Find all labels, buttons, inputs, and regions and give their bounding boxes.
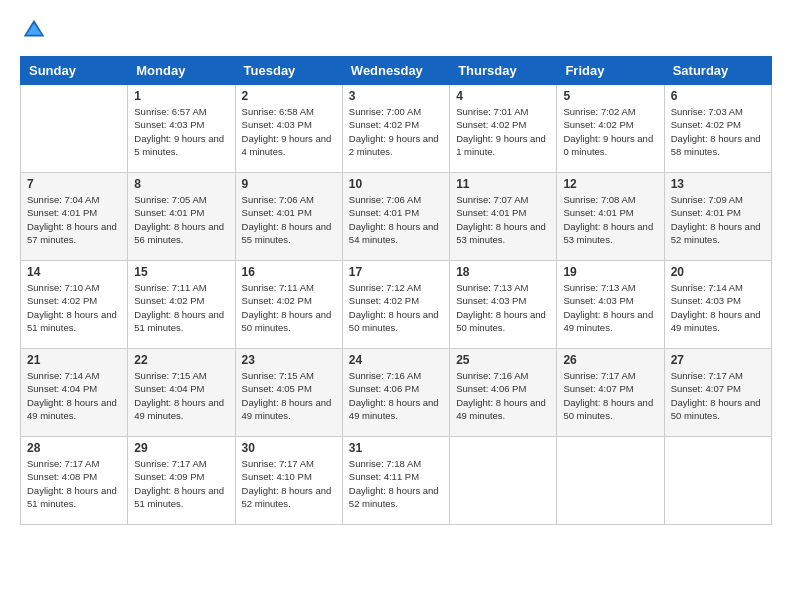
- day-number: 18: [456, 265, 550, 279]
- day-info: Sunrise: 7:01 AM Sunset: 4:02 PM Dayligh…: [456, 105, 550, 158]
- day-number: 6: [671, 89, 765, 103]
- day-info: Sunrise: 7:17 AM Sunset: 4:07 PM Dayligh…: [563, 369, 657, 422]
- day-number: 24: [349, 353, 443, 367]
- day-info: Sunrise: 7:17 AM Sunset: 4:08 PM Dayligh…: [27, 457, 121, 510]
- calendar-cell: 13Sunrise: 7:09 AM Sunset: 4:01 PM Dayli…: [664, 173, 771, 261]
- calendar-cell: 5Sunrise: 7:02 AM Sunset: 4:02 PM Daylig…: [557, 85, 664, 173]
- calendar-cell: 4Sunrise: 7:01 AM Sunset: 4:02 PM Daylig…: [450, 85, 557, 173]
- week-row: 7Sunrise: 7:04 AM Sunset: 4:01 PM Daylig…: [21, 173, 772, 261]
- calendar-cell: 2Sunrise: 6:58 AM Sunset: 4:03 PM Daylig…: [235, 85, 342, 173]
- day-info: Sunrise: 7:04 AM Sunset: 4:01 PM Dayligh…: [27, 193, 121, 246]
- day-info: Sunrise: 7:17 AM Sunset: 4:09 PM Dayligh…: [134, 457, 228, 510]
- calendar-cell: 10Sunrise: 7:06 AM Sunset: 4:01 PM Dayli…: [342, 173, 449, 261]
- calendar-cell: 19Sunrise: 7:13 AM Sunset: 4:03 PM Dayli…: [557, 261, 664, 349]
- day-info: Sunrise: 7:06 AM Sunset: 4:01 PM Dayligh…: [242, 193, 336, 246]
- day-number: 19: [563, 265, 657, 279]
- calendar-cell: 29Sunrise: 7:17 AM Sunset: 4:09 PM Dayli…: [128, 437, 235, 525]
- day-info: Sunrise: 7:13 AM Sunset: 4:03 PM Dayligh…: [563, 281, 657, 334]
- day-number: 20: [671, 265, 765, 279]
- day-info: Sunrise: 7:03 AM Sunset: 4:02 PM Dayligh…: [671, 105, 765, 158]
- calendar-cell: 12Sunrise: 7:08 AM Sunset: 4:01 PM Dayli…: [557, 173, 664, 261]
- day-info: Sunrise: 7:09 AM Sunset: 4:01 PM Dayligh…: [671, 193, 765, 246]
- weekday-header: Friday: [557, 57, 664, 85]
- day-number: 16: [242, 265, 336, 279]
- header: [20, 16, 772, 44]
- day-number: 27: [671, 353, 765, 367]
- day-info: Sunrise: 7:13 AM Sunset: 4:03 PM Dayligh…: [456, 281, 550, 334]
- day-info: Sunrise: 6:57 AM Sunset: 4:03 PM Dayligh…: [134, 105, 228, 158]
- day-info: Sunrise: 7:15 AM Sunset: 4:05 PM Dayligh…: [242, 369, 336, 422]
- weekday-header: Sunday: [21, 57, 128, 85]
- day-number: 5: [563, 89, 657, 103]
- week-row: 28Sunrise: 7:17 AM Sunset: 4:08 PM Dayli…: [21, 437, 772, 525]
- calendar-cell: 9Sunrise: 7:06 AM Sunset: 4:01 PM Daylig…: [235, 173, 342, 261]
- weekday-header-row: SundayMondayTuesdayWednesdayThursdayFrid…: [21, 57, 772, 85]
- calendar-cell: [21, 85, 128, 173]
- day-info: Sunrise: 7:06 AM Sunset: 4:01 PM Dayligh…: [349, 193, 443, 246]
- calendar-cell: 31Sunrise: 7:18 AM Sunset: 4:11 PM Dayli…: [342, 437, 449, 525]
- week-row: 21Sunrise: 7:14 AM Sunset: 4:04 PM Dayli…: [21, 349, 772, 437]
- calendar-cell: 8Sunrise: 7:05 AM Sunset: 4:01 PM Daylig…: [128, 173, 235, 261]
- calendar-cell: 6Sunrise: 7:03 AM Sunset: 4:02 PM Daylig…: [664, 85, 771, 173]
- calendar-cell: 20Sunrise: 7:14 AM Sunset: 4:03 PM Dayli…: [664, 261, 771, 349]
- day-info: Sunrise: 7:17 AM Sunset: 4:10 PM Dayligh…: [242, 457, 336, 510]
- calendar-cell: 16Sunrise: 7:11 AM Sunset: 4:02 PM Dayli…: [235, 261, 342, 349]
- week-row: 14Sunrise: 7:10 AM Sunset: 4:02 PM Dayli…: [21, 261, 772, 349]
- day-number: 10: [349, 177, 443, 191]
- day-info: Sunrise: 7:11 AM Sunset: 4:02 PM Dayligh…: [242, 281, 336, 334]
- calendar-cell: 22Sunrise: 7:15 AM Sunset: 4:04 PM Dayli…: [128, 349, 235, 437]
- day-number: 28: [27, 441, 121, 455]
- week-row: 1Sunrise: 6:57 AM Sunset: 4:03 PM Daylig…: [21, 85, 772, 173]
- day-number: 4: [456, 89, 550, 103]
- day-info: Sunrise: 6:58 AM Sunset: 4:03 PM Dayligh…: [242, 105, 336, 158]
- calendar: SundayMondayTuesdayWednesdayThursdayFrid…: [20, 56, 772, 525]
- calendar-cell: 14Sunrise: 7:10 AM Sunset: 4:02 PM Dayli…: [21, 261, 128, 349]
- day-number: 2: [242, 89, 336, 103]
- calendar-cell: 30Sunrise: 7:17 AM Sunset: 4:10 PM Dayli…: [235, 437, 342, 525]
- day-info: Sunrise: 7:17 AM Sunset: 4:07 PM Dayligh…: [671, 369, 765, 422]
- calendar-cell: 3Sunrise: 7:00 AM Sunset: 4:02 PM Daylig…: [342, 85, 449, 173]
- day-number: 7: [27, 177, 121, 191]
- day-info: Sunrise: 7:16 AM Sunset: 4:06 PM Dayligh…: [456, 369, 550, 422]
- day-info: Sunrise: 7:10 AM Sunset: 4:02 PM Dayligh…: [27, 281, 121, 334]
- day-number: 26: [563, 353, 657, 367]
- day-info: Sunrise: 7:11 AM Sunset: 4:02 PM Dayligh…: [134, 281, 228, 334]
- logo-icon: [20, 16, 48, 44]
- day-number: 11: [456, 177, 550, 191]
- day-number: 15: [134, 265, 228, 279]
- day-number: 29: [134, 441, 228, 455]
- day-number: 22: [134, 353, 228, 367]
- day-number: 14: [27, 265, 121, 279]
- day-number: 21: [27, 353, 121, 367]
- day-number: 12: [563, 177, 657, 191]
- day-number: 8: [134, 177, 228, 191]
- calendar-cell: 25Sunrise: 7:16 AM Sunset: 4:06 PM Dayli…: [450, 349, 557, 437]
- day-number: 23: [242, 353, 336, 367]
- weekday-header: Saturday: [664, 57, 771, 85]
- calendar-cell: 11Sunrise: 7:07 AM Sunset: 4:01 PM Dayli…: [450, 173, 557, 261]
- day-number: 9: [242, 177, 336, 191]
- day-number: 17: [349, 265, 443, 279]
- day-info: Sunrise: 7:05 AM Sunset: 4:01 PM Dayligh…: [134, 193, 228, 246]
- day-info: Sunrise: 7:16 AM Sunset: 4:06 PM Dayligh…: [349, 369, 443, 422]
- logo: [20, 16, 52, 44]
- day-info: Sunrise: 7:14 AM Sunset: 4:04 PM Dayligh…: [27, 369, 121, 422]
- calendar-cell: 24Sunrise: 7:16 AM Sunset: 4:06 PM Dayli…: [342, 349, 449, 437]
- weekday-header: Thursday: [450, 57, 557, 85]
- weekday-header: Wednesday: [342, 57, 449, 85]
- calendar-cell: 26Sunrise: 7:17 AM Sunset: 4:07 PM Dayli…: [557, 349, 664, 437]
- day-number: 25: [456, 353, 550, 367]
- calendar-cell: 23Sunrise: 7:15 AM Sunset: 4:05 PM Dayli…: [235, 349, 342, 437]
- day-number: 13: [671, 177, 765, 191]
- calendar-cell: 7Sunrise: 7:04 AM Sunset: 4:01 PM Daylig…: [21, 173, 128, 261]
- day-info: Sunrise: 7:00 AM Sunset: 4:02 PM Dayligh…: [349, 105, 443, 158]
- day-info: Sunrise: 7:15 AM Sunset: 4:04 PM Dayligh…: [134, 369, 228, 422]
- calendar-cell: 27Sunrise: 7:17 AM Sunset: 4:07 PM Dayli…: [664, 349, 771, 437]
- calendar-cell: [557, 437, 664, 525]
- calendar-cell: 1Sunrise: 6:57 AM Sunset: 4:03 PM Daylig…: [128, 85, 235, 173]
- day-info: Sunrise: 7:02 AM Sunset: 4:02 PM Dayligh…: [563, 105, 657, 158]
- calendar-cell: 18Sunrise: 7:13 AM Sunset: 4:03 PM Dayli…: [450, 261, 557, 349]
- calendar-cell: 21Sunrise: 7:14 AM Sunset: 4:04 PM Dayli…: [21, 349, 128, 437]
- day-number: 31: [349, 441, 443, 455]
- calendar-cell: [664, 437, 771, 525]
